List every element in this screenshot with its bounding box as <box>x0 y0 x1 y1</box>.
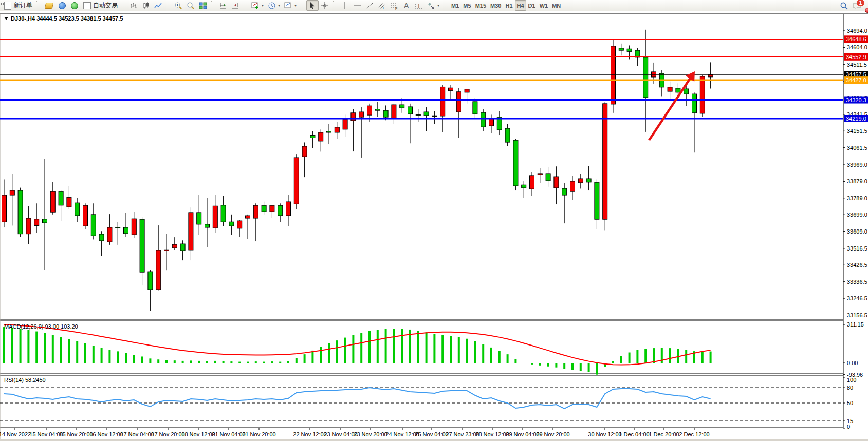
price-level-label: 34648.6 <box>846 36 866 42</box>
timeframe-label: W1 <box>540 3 548 9</box>
svg-text:F: F <box>395 6 397 10</box>
chevron-down-icon: ▾ <box>262 3 264 8</box>
timeframe-m30-button[interactable]: M30 <box>488 0 503 11</box>
equidistant-channel-button[interactable]: E <box>376 0 388 11</box>
trendline-button[interactable] <box>363 0 376 11</box>
candle-body <box>189 213 193 250</box>
mt4-window: 新订单自动交易▾▾▾EFAT▾M1M5M15M30H1H4D1W1MN1 346… <box>0 0 868 441</box>
new-order-icon <box>4 2 11 10</box>
chat-icon[interactable]: 1 <box>853 2 862 10</box>
candle-body <box>440 87 445 116</box>
candle-body <box>50 191 55 212</box>
candle-body <box>449 88 453 90</box>
time-tick-label: 28 Nov 12:00 <box>475 431 509 437</box>
candle-body <box>668 87 672 91</box>
line-chart-button[interactable] <box>152 0 164 11</box>
timeframe-m15-button[interactable]: M15 <box>473 0 488 11</box>
candle-body <box>294 158 299 204</box>
timeframe-d1-button[interactable]: D1 <box>526 0 538 11</box>
community-button[interactable] <box>56 0 68 11</box>
periods-button[interactable]: ▾ <box>266 0 282 11</box>
fibonacci-button[interactable]: F <box>388 0 400 11</box>
candle-body <box>603 104 607 219</box>
horizontal-line-button[interactable] <box>351 0 363 11</box>
chevron-down-icon: ▾ <box>294 3 297 8</box>
candle-body <box>359 112 364 117</box>
macd-axis-label: 311.15 <box>847 321 864 328</box>
candle-body <box>99 234 104 241</box>
candle-body <box>538 174 542 175</box>
fibo-icon: F <box>390 2 398 10</box>
candle-body <box>554 177 559 188</box>
arrows-button[interactable]: ▾ <box>425 0 441 11</box>
candle-body <box>676 88 680 92</box>
time-tick-label: 29 Nov 04:00 <box>506 431 539 437</box>
candle-body <box>481 112 486 127</box>
candle-body <box>75 203 80 216</box>
price-level-label: 34552.9 <box>846 54 866 60</box>
candle-body <box>456 92 461 112</box>
zoom-in-button[interactable] <box>172 0 184 11</box>
chart-area[interactable]: 34694.034604.034511.534421.534331.534241… <box>0 0 868 441</box>
new-order-button-label: 新订单 <box>14 1 32 10</box>
cursor-button[interactable] <box>306 0 319 11</box>
crosshair-button[interactable] <box>319 0 331 11</box>
text-label-button[interactable]: T <box>413 0 425 11</box>
tile-windows-button[interactable] <box>197 0 209 11</box>
rsi-axis-label: 50 <box>847 400 853 406</box>
autotrading-button[interactable]: 自动交易 <box>81 0 120 11</box>
new-order-button[interactable]: 新订单 <box>1 0 34 11</box>
candle-body <box>26 218 31 234</box>
candle-body <box>67 197 71 207</box>
zoom-out-icon <box>187 2 195 10</box>
candle-body <box>246 216 250 218</box>
text-button[interactable]: A <box>400 0 413 11</box>
autoscroll-button[interactable] <box>217 0 229 11</box>
timeframe-m5-button[interactable]: M5 <box>461 0 473 11</box>
time-tick-label: 15 Nov 04:00 <box>29 431 63 437</box>
community-icon <box>59 2 66 9</box>
toolbar: 新订单自动交易▾▾▾EFAT▾M1M5M15M30H1H4D1W1MN1 <box>0 0 868 11</box>
periods-icon <box>268 2 276 10</box>
candlestick-chart-button[interactable] <box>140 0 152 11</box>
price-tick-label: 33879.0 <box>847 178 867 184</box>
tile-windows-icon <box>199 2 207 10</box>
trendline-icon <box>365 2 374 10</box>
market-button[interactable] <box>42 0 56 11</box>
templates-button[interactable]: ▾ <box>282 0 299 11</box>
vertical-line-button[interactable] <box>339 0 351 11</box>
candle-body <box>578 179 583 183</box>
time-tick-label: 14 Nov 2022 <box>0 431 31 437</box>
candle-body <box>124 227 128 234</box>
chart-shift-button[interactable] <box>229 0 242 11</box>
candle-body <box>611 46 616 104</box>
candle-body <box>327 131 331 132</box>
timeframe-mn-button[interactable]: MN <box>550 0 563 11</box>
svg-text:T: T <box>417 3 421 9</box>
price-tick-label: 34151.5 <box>847 128 867 134</box>
candle-body <box>595 182 599 219</box>
bar-chart-button[interactable] <box>127 0 140 11</box>
candle-body <box>229 222 234 226</box>
timeframe-h1-button[interactable]: H1 <box>503 0 514 11</box>
toolbar-separator <box>333 1 337 10</box>
candle-body <box>586 179 591 182</box>
candle-body <box>18 190 23 234</box>
candle-body <box>83 205 88 226</box>
candle-body <box>172 244 177 248</box>
candle-body <box>513 140 518 186</box>
timeframe-h4-button[interactable]: H4 <box>515 0 526 11</box>
toolbar-separator <box>211 1 215 10</box>
search-icon[interactable] <box>840 2 848 10</box>
price-tick-label: 33699.0 <box>847 212 867 218</box>
timeframe-m1-button[interactable]: M1 <box>449 0 461 11</box>
hline-icon <box>353 2 361 10</box>
indicators-button[interactable]: ▾ <box>249 0 266 11</box>
zoom-out-button[interactable] <box>184 0 197 11</box>
signals-button[interactable] <box>68 0 81 11</box>
time-tick-label: 23 Nov 04:00 <box>324 431 357 437</box>
candle-body <box>221 205 226 222</box>
chart-header: DJ30-,H4 34444.5 34523.5 34381.5 34457.5 <box>4 15 123 22</box>
timeframe-w1-button[interactable]: W1 <box>538 0 550 11</box>
candle-body <box>343 119 347 129</box>
